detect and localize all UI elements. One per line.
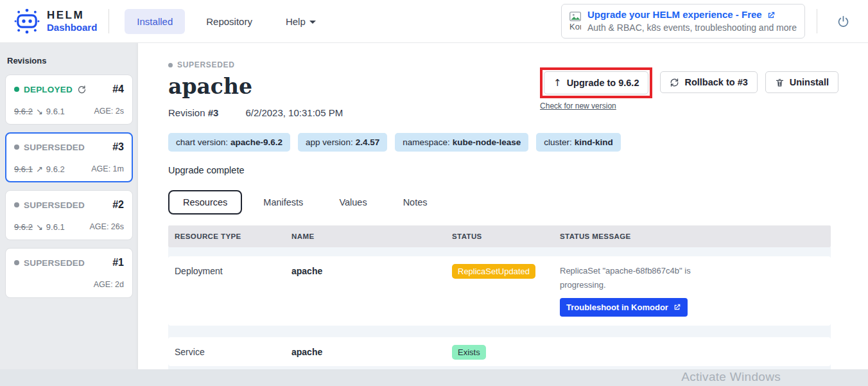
- resource-type: Service: [175, 345, 291, 357]
- upgrade-button[interactable]: ↑ Upgrade to 9.6.2: [544, 71, 648, 94]
- col-status-message: STATUS MESSAGE: [560, 232, 831, 240]
- uninstall-button[interactable]: Uninstall: [765, 71, 838, 93]
- superseded-status-dot: [14, 202, 19, 207]
- revision-status: DEPLOYED: [24, 85, 73, 94]
- trash-icon: [775, 78, 785, 87]
- resource-type: Deployment: [175, 264, 291, 276]
- nav-tab-repository[interactable]: Repository: [194, 9, 265, 34]
- status-badge: Exists: [452, 345, 486, 360]
- release-status: SUPERSEDED: [177, 60, 235, 69]
- release-status-dot: [168, 63, 173, 67]
- revisions-sidebar: Revisions DEPLOYED #4 9.6.2 ↘ 9.6.1 AGE:…: [0, 43, 138, 369]
- revision-card-3[interactable]: SUPERSEDED #3 9.6.1 ↗ 9.6.2 AGE: 1m: [5, 132, 133, 182]
- rollback-button[interactable]: Rollback to #3: [660, 71, 757, 93]
- release-actions: ↑ Upgrade to 9.6.2 Check for new version…: [540, 67, 838, 110]
- revision-age: AGE: 1m: [91, 164, 124, 173]
- revision-age: AGE: 2s: [94, 107, 124, 116]
- release-meta-chips: chart version:apache-9.6.2 app version:2…: [168, 133, 868, 152]
- new-version: 9.6.1: [46, 222, 65, 232]
- activate-windows-watermark: Activate Windows: [681, 370, 781, 384]
- namespace-chip: namespace:kube-node-lease: [395, 133, 528, 152]
- tab-manifests[interactable]: Manifests: [248, 190, 318, 215]
- superseded-status-dot: [14, 260, 19, 265]
- col-name: NAME: [291, 232, 452, 240]
- old-version: 9.6.2: [14, 107, 33, 116]
- page-bottom-strip: Activate Windows: [0, 369, 868, 386]
- revision-number: #1: [112, 257, 124, 268]
- external-link-icon: [673, 303, 681, 311]
- check-new-version-link[interactable]: Check for new version: [540, 101, 652, 110]
- revision-label: Revision #3: [168, 107, 218, 118]
- top-bar: HELM Dashboard Installed Repository Help…: [0, 0, 868, 43]
- banner-subtitle: Auth & RBAC, k8s events, troubleshooting…: [587, 22, 797, 34]
- revision-age: AGE: 26s: [90, 222, 125, 231]
- komodor-image-alt: Komodor: [569, 22, 581, 31]
- revision-number: #4: [112, 83, 124, 95]
- komodor-logo-image: Komodor: [569, 12, 581, 31]
- old-version: 9.6.2: [14, 222, 33, 232]
- troubleshoot-button[interactable]: Troubleshoot in Komodor: [560, 298, 688, 317]
- nav-tab-help[interactable]: Help: [273, 9, 328, 34]
- nav-tab-installed[interactable]: Installed: [125, 9, 185, 34]
- external-link-icon: [767, 11, 776, 20]
- old-version: 9.6.1: [14, 164, 33, 174]
- revision-number: #2: [112, 199, 124, 211]
- cluster-chip: cluster:kind-kind: [536, 133, 621, 152]
- highlight-box: ↑ Upgrade to 9.6.2: [540, 67, 652, 98]
- help-label: Help: [286, 16, 306, 27]
- revision-status: SUPERSEDED: [24, 200, 85, 210]
- app-version-chip: app version:2.4.57: [298, 133, 387, 152]
- banner-title: Upgrade your HELM experience - Free: [587, 8, 762, 21]
- status-message: ReplicaSet "apache-68fb867c4b" is progre…: [560, 264, 700, 292]
- version-arrow: ↘: [36, 107, 43, 116]
- rollback-icon: [670, 78, 679, 87]
- status-badge: ReplicaSetUpdated: [452, 264, 535, 279]
- table-header-row: RESOURCE TYPE NAME STATUS STATUS MESSAGE: [168, 225, 831, 247]
- deployed-status-dot: [14, 87, 19, 92]
- resource-name: apache: [291, 345, 452, 357]
- release-detail-panel: SUPERSEDED apache Revision #3 6/2/2023, …: [138, 43, 868, 369]
- chart-version-chip: chart version:apache-9.6.2: [168, 133, 290, 152]
- helm-logo-icon: [13, 7, 41, 35]
- upgrade-status-message: Upgrade complete: [168, 165, 868, 175]
- tab-resources[interactable]: Resources: [168, 190, 242, 215]
- chevron-down-icon: [309, 21, 316, 24]
- detail-tabs: Resources Manifests Values Notes: [168, 190, 868, 215]
- revision-status: SUPERSEDED: [24, 258, 85, 268]
- revision-date: 6/2/2023, 10:31:05 PM: [245, 107, 343, 118]
- revisions-title: Revisions: [7, 56, 133, 66]
- col-status: STATUS: [452, 232, 560, 240]
- resources-table: RESOURCE TYPE NAME STATUS STATUS MESSAGE…: [168, 225, 831, 369]
- revision-card-2[interactable]: SUPERSEDED #2 9.6.2 ↘ 9.6.1 AGE: 26s: [5, 190, 133, 240]
- revision-number: #3: [112, 141, 124, 153]
- power-icon[interactable]: [837, 15, 850, 28]
- resource-name: apache: [291, 264, 452, 276]
- helm-dashboard-logo[interactable]: HELM Dashboard: [13, 7, 97, 35]
- revision-age: AGE: 2d: [94, 280, 124, 289]
- revision-card-1[interactable]: SUPERSEDED #1 AGE: 2d: [5, 248, 133, 298]
- table-row: Deployment apache ReplicaSetUpdated Repl…: [168, 256, 831, 326]
- main-nav: Installed Repository Help: [125, 9, 327, 34]
- new-version: 9.6.1: [46, 107, 65, 116]
- header-divider-2: [817, 9, 817, 33]
- superseded-status-dot: [14, 145, 19, 150]
- arrow-up-icon: ↑: [553, 77, 562, 89]
- komodor-promo-banner[interactable]: Komodor Upgrade your HELM experience - F…: [561, 4, 805, 39]
- new-version: 9.6.2: [46, 164, 65, 174]
- tab-notes[interactable]: Notes: [388, 190, 442, 215]
- col-resource-type: RESOURCE TYPE: [175, 232, 291, 240]
- version-arrow: ↗: [36, 164, 43, 174]
- header-divider: [108, 9, 109, 33]
- revision-card-4[interactable]: DEPLOYED #4 9.6.2 ↘ 9.6.1 AGE: 2s: [5, 75, 133, 125]
- table-row: Service apache Exists: [168, 337, 831, 366]
- reload-icon[interactable]: [77, 85, 87, 94]
- logo-text-dashboard: Dashboard: [47, 22, 97, 33]
- revision-status: SUPERSEDED: [24, 143, 85, 152]
- version-arrow: ↘: [36, 222, 43, 232]
- logo-text-helm: HELM: [47, 10, 97, 22]
- tab-values[interactable]: Values: [324, 190, 381, 215]
